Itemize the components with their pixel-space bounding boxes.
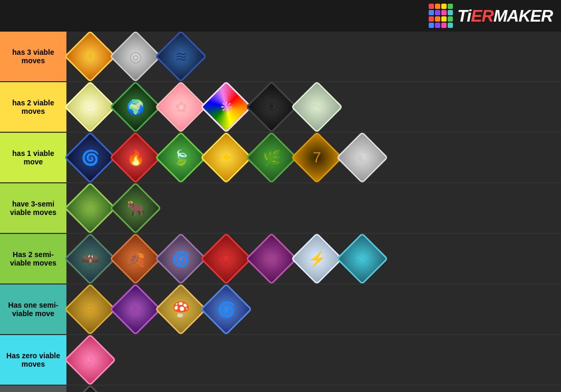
badge-diamond: 🌀 (200, 283, 253, 336)
badge-diamond: ✿ (155, 81, 207, 133)
badge-symbol: ▽ (210, 243, 242, 275)
badge-symbol: ☀ (74, 41, 106, 72)
badge: 〜 (295, 85, 338, 129)
badge-symbol: 🌍 (120, 91, 151, 123)
badge-symbol: 🌿 (256, 142, 287, 173)
tier-items: 🌀🔥🍃✦🌿7☯ (66, 133, 561, 182)
badge-symbol: ✿ (165, 91, 197, 123)
badge-diamond: ⚡ (291, 233, 343, 285)
badge-symbol: ⊛ (74, 192, 106, 224)
badge: 🌿 (250, 136, 293, 179)
logo-cell (441, 16, 447, 22)
badge-symbol: ⊕ (74, 91, 106, 123)
badge: ☯ (341, 136, 384, 179)
badge-symbol: 🍄 (165, 293, 197, 325)
logo-cell (429, 16, 434, 22)
badge-symbol: ≋ (165, 41, 197, 72)
header: TiERMAKER (0, 0, 561, 32)
badge-diamond: ❋ (200, 81, 253, 133)
badge-symbol: 🔥 (120, 142, 151, 173)
tier-label: not a normal element (0, 386, 66, 392)
logo-grid (429, 4, 453, 28)
tier-row: Has 2 semi-viable moves🦇🍂🌀▽👁⚡〜 (0, 234, 561, 285)
logo-cell (435, 23, 440, 28)
logo-cell (429, 10, 434, 15)
badge: ✦ (205, 136, 248, 179)
logo-cell (429, 23, 434, 28)
badge-diamond: 7 (291, 132, 343, 184)
logo-cell (441, 23, 447, 28)
badge-symbol: ⚡ (301, 243, 333, 275)
badge: 🍃 (159, 136, 202, 179)
badge: ◎ (114, 35, 157, 78)
badge-symbol: ◆ (120, 293, 151, 325)
badge: 👁 (250, 237, 293, 280)
badge: 🌀 (205, 288, 248, 331)
tier-items: ☀◎≋ (66, 32, 561, 81)
tier-row: have 3-semi viable moves⊛🐂 (0, 183, 561, 234)
badge: 👁 (250, 85, 293, 129)
tier-items: ⊕◆🍄🌀 (66, 285, 561, 334)
tier-row: has 1 viable move🌀🔥🍃✦🌿7☯ (0, 133, 561, 183)
logo-text: TiERMAKER (457, 6, 553, 26)
badge: ♪ (69, 338, 112, 381)
tier-label: Has one semi-viable move (0, 285, 66, 334)
tier-container: has 3 viable moves☀◎≋has 2 viable moves⊕… (0, 32, 561, 392)
logo-cell (435, 10, 440, 15)
badge: 🌀 (159, 237, 202, 280)
tier-row: Has one semi-viable move⊕◆🍄🌀 (0, 285, 561, 335)
tier-items: 🦇🍂🌀▽👁⚡〜 (66, 234, 561, 283)
badge-diamond: 👁 (246, 81, 298, 133)
badge-diamond: ⊕ (64, 81, 117, 133)
badge-symbol: 〜 (346, 243, 378, 275)
logo-cell (435, 16, 440, 22)
badge: ⚡ (295, 237, 338, 280)
tiermaker-logo: TiERMAKER (429, 4, 553, 28)
badge-diamond: 🌀 (64, 132, 117, 184)
logo-cell (448, 10, 453, 15)
badge: ⊕ (69, 85, 112, 129)
tier-items: 💀 (66, 386, 561, 392)
logo-cell (429, 4, 434, 9)
badge-symbol: 🌀 (165, 243, 197, 275)
badge: 🍄 (159, 288, 202, 331)
logo-cell (435, 4, 440, 9)
badge-symbol: ☯ (346, 142, 378, 173)
badge-diamond: 🌀 (155, 233, 207, 285)
badge-diamond: ♪ (64, 334, 117, 386)
logo-cell (448, 4, 453, 9)
badge-symbol: ◎ (120, 41, 151, 72)
badge: ❋ (205, 85, 248, 129)
badge: ≋ (159, 35, 202, 78)
tier-label: Has zero viable moves (0, 335, 66, 385)
logo-cell (448, 16, 453, 22)
logo-cell (441, 4, 447, 9)
tier-label: Has 2 semi-viable moves (0, 234, 66, 283)
badge-diamond: ☀ (64, 31, 117, 83)
tier-row: has 2 viable moves⊕🌍✿❋👁〜 (0, 82, 561, 133)
badge: ☀ (69, 35, 112, 78)
badge: ◆ (114, 288, 157, 331)
tier-label: has 2 viable moves (0, 82, 66, 132)
badge-diamond: 💀 (64, 385, 117, 392)
badge: ⊛ (69, 187, 112, 230)
badge: 〜 (341, 237, 384, 280)
badge: 🐂 (114, 187, 157, 230)
tier-items: ⊛🐂 (66, 183, 561, 233)
badge-symbol: 🍃 (165, 142, 197, 173)
badge-symbol: 🐂 (120, 192, 151, 224)
tier-label: have 3-semi viable moves (0, 183, 66, 233)
badge-symbol: ⊕ (74, 293, 106, 325)
tier-row: has 3 viable moves☀◎≋ (0, 32, 561, 82)
badge-diamond: ✦ (200, 132, 253, 184)
badge: 🦇 (69, 237, 112, 280)
badge-diamond: ≋ (155, 31, 207, 83)
badge: ✿ (159, 85, 202, 129)
tier-label: has 3 viable moves (0, 32, 66, 81)
badge-symbol: 7 (301, 142, 333, 173)
badge-symbol: 〜 (301, 91, 333, 123)
badge-diamond: 〜 (336, 233, 389, 285)
badge-diamond: ◆ (110, 283, 162, 336)
badge-diamond: ⊕ (64, 283, 117, 336)
badge-diamond: ▽ (200, 233, 253, 285)
